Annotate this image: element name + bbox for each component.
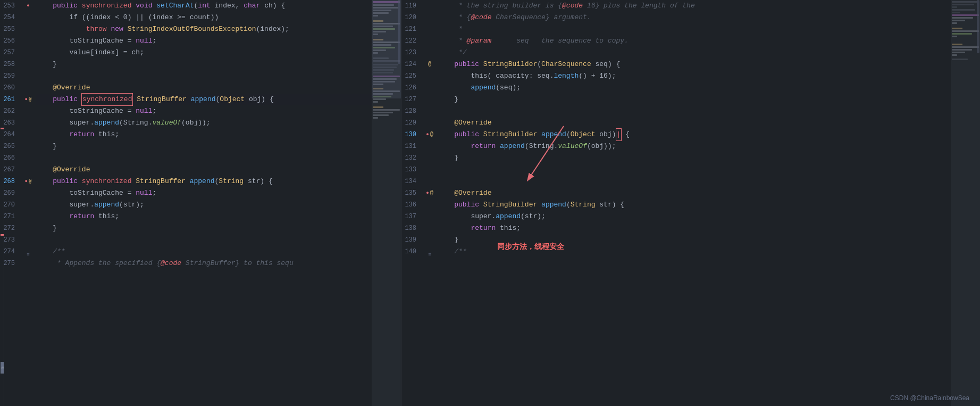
code-line-r129: @Override [438,117,951,129]
code-line-r128 [438,105,951,117]
svg-rect-42 [952,6,957,8]
svg-rect-33 [373,101,378,103]
svg-rect-32 [373,98,386,100]
code-line-272: } [36,222,372,234]
code-line-263: super.append(String.valueOf(obj)); [36,117,372,129]
left-code-content[interactable]: public synchronized void setCharAt(int i… [34,0,372,406]
code-line-r126: append(seq); [438,82,951,94]
svg-rect-34 [373,106,383,108]
code-line-274: /** [36,246,372,258]
right-code-content[interactable]: * the string builder is {@code 16} plus … [435,0,951,406]
svg-rect-58 [952,59,968,60]
code-line-r120: * {@code CharSequence} argument. [438,12,951,23]
code-line-269: toStringCache = null; [36,187,372,199]
code-line-r125: this( capacity: seq.length() + 16); [438,70,951,82]
code-line-r139: } [438,234,951,246]
code-line-257: value[index] = ch; [36,47,372,59]
code-line-259 [36,70,372,82]
code-line-r124: public StringBuilder(CharSequence seq) { [438,59,951,70]
svg-rect-47 [952,20,965,21]
code-line-r138: return this; [438,222,951,234]
left-code-panel: 253 254 255 256 257 258 259 260 261 262 … [0,0,401,406]
right-code-panel: 119 120 121 122 123 124 125 126 127 128 … [401,0,980,406]
code-line-271: return this; [36,211,372,222]
code-line-256: toStringCache = null; [36,35,372,47]
svg-rect-41 [952,4,974,5]
svg-rect-48 [952,22,957,24]
svg-rect-51 [952,33,972,35]
svg-rect-46 [952,17,973,19]
svg-rect-54 [952,46,979,48]
svg-rect-59 [977,0,979,53]
right-minimap [951,0,980,406]
code-line-253: public synchronized void setCharAt(int i… [36,0,372,12]
csdn-watermark: CSDN @ChinaRainbowSea [890,394,969,402]
left-side-strip: C [0,0,4,406]
code-line-r130: public StringBuilder append(Object obj)|… [438,129,951,140]
code-line-262: toStringCache = null; [36,105,372,117]
code-line-r127: } [438,94,951,105]
code-line-r135: @Override [438,187,951,199]
code-line-268: public synchronized StringBuffer append(… [36,176,372,187]
svg-rect-57 [952,54,957,56]
right-line-numbers: 119 120 121 122 123 124 125 126 127 128 … [401,0,424,406]
code-line-264: return this; [36,129,372,140]
svg-rect-52 [952,36,957,37]
svg-rect-37 [373,114,389,116]
svg-rect-36 [373,112,393,113]
code-line-r131: return append(String.valueOf(obj)); [438,140,951,152]
code-line-r136: public StringBuilder append(String str) … [438,199,951,211]
code-line-255: throw new StringIndexOutOfBoundsExceptio… [36,23,372,35]
svg-rect-53 [952,44,962,45]
code-line-266 [36,152,372,164]
code-line-r134 [438,176,951,187]
code-line-r122: * @param seq the sequence to copy. [438,35,951,47]
svg-rect-40 [952,1,977,3]
code-line-r123: */ [438,47,951,59]
code-line-261: public synchronized StringBuffer append(… [36,94,372,105]
svg-rect-55 [952,49,972,51]
left-markers: ● ● @ [22,0,34,406]
svg-rect-44 [952,12,960,13]
svg-rect-50 [952,30,979,32]
code-line-270: super.append(str); [36,199,372,211]
code-line-r137: super.append(str); [438,211,951,222]
code-line-254: if ((index < 0) || (index >= count)) [36,12,372,23]
right-markers: @ ● @ ● @ [424,0,435,406]
svg-rect-45 [952,14,979,16]
code-line-r133 [438,164,951,176]
code-line-275: * Appends the specified {@code StringBuf… [36,258,372,269]
code-line-r132: } [438,152,951,164]
left-minimap [372,0,401,406]
svg-rect-56 [952,52,965,53]
svg-rect-38 [373,117,378,119]
svg-rect-49 [952,28,962,29]
svg-rect-43 [952,9,975,11]
code-line-267: @Override [36,164,372,176]
code-line-273 [36,234,372,246]
code-line-r140: /** [438,246,951,258]
code-line-r119: * the string builder is {@code 16} plus … [438,0,951,12]
svg-rect-35 [373,109,400,111]
code-line-260: @Override [36,82,372,94]
code-line-265: } [36,140,372,152]
code-line-258: } [36,59,372,70]
code-line-r121: * [438,23,951,35]
